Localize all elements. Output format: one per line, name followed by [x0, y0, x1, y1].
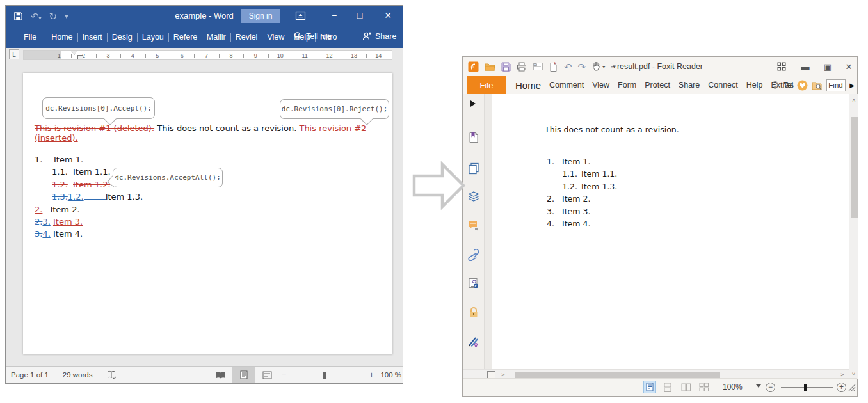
pdf-list-line: 1.2.Item 1.3.	[547, 180, 617, 193]
find-input[interactable]	[826, 79, 846, 91]
menu-item[interactable]: Form	[618, 81, 636, 90]
minimize-icon[interactable]: −	[323, 6, 345, 26]
vertical-scroll-thumb[interactable]	[851, 117, 858, 218]
list-line: 2.3. Item 3.	[35, 216, 143, 228]
ribbon-tab[interactable]: Mailir	[202, 33, 230, 42]
tab-file[interactable]: File	[17, 33, 43, 42]
comments-panel-icon[interactable]	[467, 219, 480, 232]
menu-item[interactable]: Share	[679, 81, 700, 90]
ruler-number: 10	[268, 51, 293, 60]
security-panel-icon[interactable]	[467, 306, 480, 319]
ribbon-tab[interactable]: Layou	[137, 33, 168, 42]
tell-me-control[interactable]: Tell me	[293, 31, 332, 42]
ribbon-tab[interactable]: Reviei	[230, 33, 262, 42]
pages-panel-icon[interactable]	[467, 162, 480, 175]
tell-me-label: Tell me	[306, 32, 332, 41]
zoom-in-button[interactable]: +	[837, 383, 846, 392]
ribbon-tab[interactable]: Home	[47, 33, 77, 42]
tab-stop-selector[interactable]: L	[9, 49, 19, 59]
menu-item[interactable]: Comment	[549, 81, 584, 90]
continuous-icon[interactable]	[661, 381, 674, 393]
callout-reject-code: dc.Revisions[0].Reject();	[282, 105, 388, 113]
scroll-right-icon[interactable]: ˃︎	[839, 372, 846, 378]
word-page[interactable]: dc.Revisions[0].Accept(); dc.Revisions[0…	[23, 73, 392, 354]
zoom-out-button[interactable]: −	[766, 383, 775, 392]
list-line: 1.Item 1.	[35, 154, 143, 166]
zoom-slider[interactable]	[781, 387, 833, 388]
list-line: 1.3.1.2.Item 1.3.	[35, 191, 143, 203]
page-indicator[interactable]: Page 1 of 1	[11, 371, 49, 379]
restore-layout-icon[interactable]	[774, 61, 789, 72]
ruler-number: 3	[96, 51, 120, 60]
expand-panel-arrow-icon[interactable]	[469, 99, 482, 112]
pdf-paragraph: This does not count as a revision.	[545, 125, 679, 134]
close-icon[interactable]: ✕	[377, 6, 399, 26]
ruler-number: 8	[219, 51, 243, 60]
zoom-out-button[interactable]: −	[281, 370, 286, 380]
splitter-handle-icon[interactable]	[487, 164, 490, 208]
word-count[interactable]: 29 words	[63, 371, 93, 379]
panel-splitter[interactable]	[485, 94, 492, 369]
hanging-indent-marker[interactable]	[77, 55, 83, 60]
minimize-icon[interactable]: ▬	[798, 61, 813, 72]
zoom-in-button[interactable]: +	[369, 370, 374, 380]
heart-icon[interactable]	[797, 80, 808, 91]
ruler-number: 9	[243, 51, 268, 60]
proofing-icon[interactable]	[107, 370, 117, 379]
menu-item[interactable]: Protect	[645, 81, 670, 90]
word-ribbon-tabs: File HomeInsertDesigLayouRefereMailirRev…	[6, 26, 403, 48]
vertical-scrollbar[interactable]: ˄	[849, 94, 858, 369]
search-icon[interactable]	[812, 81, 823, 90]
close-icon[interactable]: ✕	[841, 61, 856, 72]
document-paragraph[interactable]: This is revision #1 (deleted). This does…	[35, 123, 383, 143]
zoom-dropdown-icon[interactable]	[756, 384, 761, 388]
read-mode-icon[interactable]	[209, 367, 232, 383]
ruler-number: 5	[145, 51, 170, 60]
maximize-icon[interactable]: ▣	[820, 61, 835, 72]
zoom-slider-handle[interactable]	[323, 372, 326, 379]
zoom-level[interactable]: 100%	[723, 383, 743, 391]
ribbon-display-options-icon[interactable]	[295, 10, 306, 21]
continuous-facing-icon[interactable]	[697, 381, 710, 393]
zoom-slider[interactable]	[291, 375, 364, 375]
tell-me-label[interactable]: Tel	[783, 81, 793, 90]
underlined-tab	[84, 191, 106, 200]
word-document-area: dc.Revisions[0].Accept(); dc.Revisions[0…	[6, 62, 403, 367]
zoom-level[interactable]: 100 %	[380, 371, 401, 379]
resize-grip-icon[interactable]	[848, 384, 856, 391]
facing-icon[interactable]	[679, 381, 692, 393]
attachments-panel-icon[interactable]	[467, 248, 480, 261]
menu-item[interactable]: Help	[746, 81, 763, 90]
share-control[interactable]: Share	[362, 31, 396, 41]
foxit-statusbar: 100% − +	[463, 378, 857, 396]
web-layout-icon[interactable]	[255, 367, 278, 383]
menu-overflow-arrow-icon[interactable]: ▶	[849, 82, 855, 89]
horizontal-scroll-thumb[interactable]	[515, 372, 720, 378]
ribbon-tab[interactable]: Refere	[168, 33, 202, 42]
print-layout-icon[interactable]	[232, 367, 255, 383]
menu-item[interactable]: View	[592, 81, 609, 90]
scroll-up-icon[interactable]: ˄	[849, 97, 858, 104]
certify-panel-icon[interactable]	[467, 335, 480, 348]
first-line-indent-marker[interactable]	[71, 51, 77, 55]
ribbon-tab[interactable]: View	[262, 33, 289, 42]
single-page-icon[interactable]	[643, 381, 656, 393]
ribbon-tab[interactable]: Desig	[107, 33, 137, 42]
share-label: Share	[375, 32, 396, 41]
callout-reject: dc.Revisions[0].Reject();	[280, 99, 389, 119]
tab-home[interactable]: Home	[515, 80, 541, 91]
digital-signatures-panel-icon[interactable]	[467, 277, 480, 290]
tab-file[interactable]: File	[467, 76, 506, 94]
ribbon-tab[interactable]: Insert	[77, 33, 107, 42]
menu-item[interactable]: Connect	[708, 81, 738, 90]
sign-in-button[interactable]: Sign in	[241, 9, 280, 23]
foxit-titlebar: * ↶ ↷ ▾ ▫▾ result.pdf - Foxit Reader ▬ ▣…	[463, 57, 857, 76]
document-list[interactable]: 1.Item 1. 1.1.Item 1.1. 1.2.Item 1.2. 1.…	[35, 154, 143, 241]
bookmarks-panel-icon[interactable]	[467, 131, 480, 144]
zoom-slider-handle[interactable]	[804, 384, 807, 391]
maximize-icon[interactable]: □	[349, 6, 371, 26]
layers-panel-icon[interactable]	[467, 190, 480, 203]
pdf-page[interactable]: This does not count as a revision. 1.Ite…	[492, 94, 849, 369]
scroll-left-icon[interactable]: ˃	[500, 372, 506, 378]
scroll-down-icon[interactable]: ˅	[849, 371, 858, 377]
